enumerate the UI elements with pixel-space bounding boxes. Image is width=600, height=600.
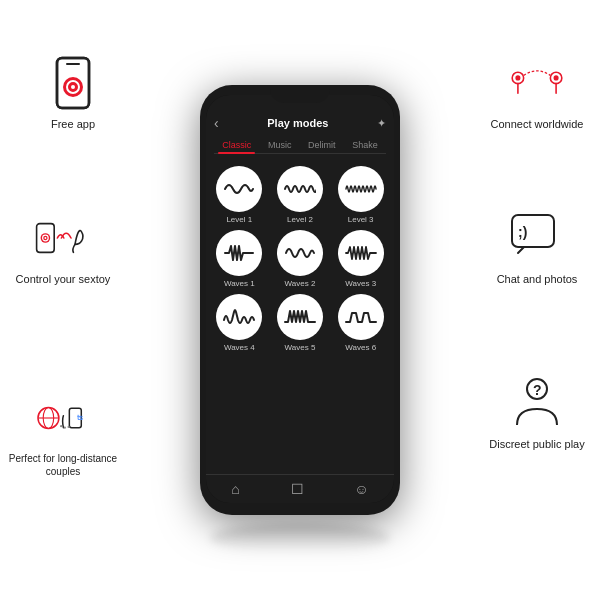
- mode-grid: Level 1 Level 2: [206, 158, 394, 474]
- mode-waves5-label: Waves 5: [285, 343, 316, 352]
- mode-waves6[interactable]: Waves 6: [333, 294, 388, 352]
- svg-point-21: [554, 75, 559, 80]
- screen-header: ‹ Play modes ✦ Classic Music Delimit Sha…: [206, 95, 394, 158]
- free-app-label: Free app: [51, 117, 95, 131]
- free-app-icon: [45, 55, 101, 111]
- control-label: Control your sextoy: [16, 272, 111, 286]
- chat-icon: ;): [509, 210, 565, 266]
- longdist-label: Perfect for long-distance couples: [8, 452, 118, 478]
- discreet-icon: ?: [509, 375, 565, 431]
- svg-text:?: ?: [533, 382, 542, 398]
- chat-label: Chat and photos: [497, 272, 578, 286]
- control-icon: [35, 210, 91, 266]
- mode-waves6-label: Waves 6: [345, 343, 376, 352]
- feature-longdist: ʦ Perfect for long-distance couples: [8, 390, 118, 478]
- discreet-label: Discreet public play: [489, 437, 584, 451]
- home-nav-icon[interactable]: ⌂: [231, 481, 239, 497]
- profile-nav-icon[interactable]: ☺: [354, 481, 368, 497]
- chat-nav-icon[interactable]: ☐: [291, 481, 304, 497]
- mode-waves4[interactable]: Waves 4: [212, 294, 267, 352]
- tab-music[interactable]: Music: [264, 137, 296, 153]
- connect-icon: [509, 55, 565, 111]
- tab-shake[interactable]: Shake: [348, 137, 382, 153]
- feature-chat: ;) Chat and photos: [482, 210, 592, 286]
- mode-level2-label: Level 2: [287, 215, 313, 224]
- mode-waves1-label: Waves 1: [224, 279, 255, 288]
- mode-level2[interactable]: Level 2: [273, 166, 328, 224]
- tab-classic[interactable]: Classic: [218, 137, 255, 153]
- svg-text:ʦ: ʦ: [77, 413, 83, 422]
- svg-point-17: [67, 426, 69, 428]
- mode-waves2-label: Waves 2: [285, 279, 316, 288]
- mode-waves4-label: Waves 4: [224, 343, 255, 352]
- mode-waves3-label: Waves 3: [345, 279, 376, 288]
- phone-screen: ‹ Play modes ✦ Classic Music Delimit Sha…: [206, 95, 394, 503]
- bottom-nav: ⌂ ☐ ☺: [206, 474, 394, 503]
- svg-point-9: [44, 237, 46, 239]
- screen-title: Play modes: [267, 117, 328, 129]
- mode-waves3[interactable]: Waves 3: [333, 230, 388, 288]
- svg-point-15: [60, 425, 62, 427]
- mode-level3-label: Level 3: [348, 215, 374, 224]
- mode-level1[interactable]: Level 1: [212, 166, 267, 224]
- back-button[interactable]: ‹: [214, 115, 219, 131]
- phone: ‹ Play modes ✦ Classic Music Delimit Sha…: [200, 85, 400, 515]
- phone-reflection: [210, 523, 390, 553]
- longdist-icon: ʦ: [35, 390, 91, 446]
- feature-connect: Connect worldwide: [482, 55, 592, 131]
- bluetooth-icon: ✦: [377, 117, 386, 130]
- mode-level1-label: Level 1: [226, 215, 252, 224]
- mode-waves5[interactable]: Waves 5: [273, 294, 328, 352]
- connect-label: Connect worldwide: [491, 117, 584, 131]
- tab-delimit[interactable]: Delimit: [304, 137, 340, 153]
- mode-level3[interactable]: Level 3: [333, 166, 388, 224]
- svg-point-5: [71, 85, 75, 89]
- tabs-row: Classic Music Delimit Shake: [214, 137, 386, 154]
- svg-point-16: [64, 427, 66, 429]
- feature-discreet: ? Discreet public play: [482, 375, 592, 451]
- feature-control: Control your sextoy: [8, 210, 118, 286]
- mode-waves2[interactable]: Waves 2: [273, 230, 328, 288]
- svg-point-19: [515, 75, 520, 80]
- page-container: Free app Control your sextoy: [0, 0, 600, 600]
- feature-free-app: Free app: [18, 55, 128, 131]
- svg-text:;): ;): [518, 224, 527, 240]
- phone-body: ‹ Play modes ✦ Classic Music Delimit Sha…: [200, 85, 400, 515]
- mode-waves1[interactable]: Waves 1: [212, 230, 267, 288]
